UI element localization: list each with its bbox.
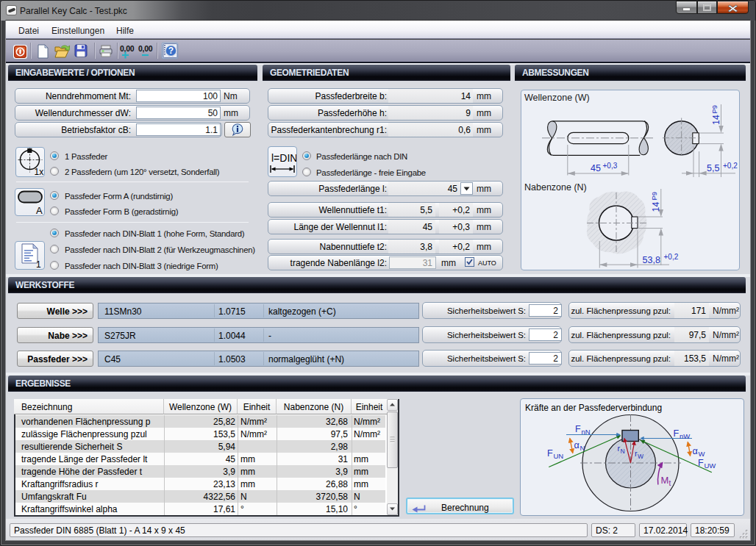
svg-text:nN: nN: [582, 428, 591, 436]
svg-text:Wellenzone (W): Wellenzone (W): [524, 93, 590, 103]
svg-text:14: 14: [651, 202, 661, 212]
svg-text:Berechnung: Berechnung: [441, 503, 489, 513]
svg-text:α: α: [574, 440, 580, 450]
svg-text:A: A: [36, 205, 43, 215]
svg-text:F: F: [547, 448, 553, 459]
svg-text:α: α: [693, 446, 698, 456]
svg-text:UN: UN: [554, 452, 564, 460]
svg-text:M: M: [661, 475, 669, 486]
svg-text:1x: 1x: [35, 167, 44, 176]
svg-text:53,8: 53,8: [643, 255, 660, 265]
svg-text:nW: nW: [680, 432, 690, 440]
svg-text:P9: P9: [710, 105, 718, 114]
svg-text:0,00: 0,00: [120, 44, 135, 53]
svg-text:+0,2: +0,2: [723, 162, 738, 170]
svg-text:W: W: [638, 453, 643, 460]
svg-text:?: ?: [168, 46, 174, 56]
svg-text:UW: UW: [705, 461, 716, 470]
svg-text:14: 14: [711, 115, 721, 125]
svg-text:P9: P9: [650, 192, 658, 201]
svg-text:5,5: 5,5: [707, 163, 719, 173]
svg-text:N: N: [580, 444, 585, 452]
svg-text:F: F: [698, 458, 704, 468]
svg-text:N: N: [621, 448, 625, 455]
svg-text:+0,2: +0,2: [664, 253, 679, 261]
svg-text:F: F: [674, 428, 680, 439]
svg-text:W: W: [699, 450, 705, 458]
svg-text:t: t: [669, 479, 671, 487]
svg-text:0,00: 0,00: [138, 44, 153, 53]
svg-text:Nabenzone (N): Nabenzone (N): [524, 182, 587, 193]
svg-text:+0,3: +0,3: [603, 162, 618, 170]
svg-text:F: F: [575, 424, 581, 434]
svg-text:1: 1: [36, 259, 41, 269]
svg-text:45: 45: [591, 163, 601, 173]
svg-text:l=DIN: l=DIN: [271, 152, 296, 164]
